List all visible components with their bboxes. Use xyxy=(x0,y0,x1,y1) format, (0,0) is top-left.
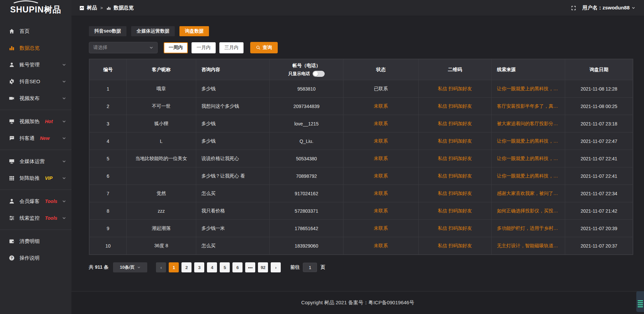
breadcrumb-separator: > xyxy=(100,5,103,10)
prev-page-button[interactable]: ‹ xyxy=(156,262,166,272)
query-button-label: 查询 xyxy=(263,45,272,51)
cell-source[interactable]: 让你一眼就爱上的黑科技，能... xyxy=(491,167,565,185)
cell-qr[interactable]: 私信 扫码加好友 xyxy=(418,150,491,167)
sidebar-item-douketong[interactable]: 抖客通New xyxy=(0,130,71,147)
main-area: 树品 > 数据总览 用户名：zswodun88 抖音seo数据全媒体运营数据询盘… xyxy=(71,0,644,314)
sidebar-divider xyxy=(0,150,71,150)
period-button-quarter[interactable]: 三月内 xyxy=(219,42,244,53)
sidebar-item-matrix-boost[interactable]: 矩阵助推VIP xyxy=(0,170,71,187)
cell-date: 2021-11-07 20:39 xyxy=(565,220,633,237)
sidebar-item-data-overview[interactable]: 数据总览 xyxy=(0,40,71,56)
cell-qr[interactable]: 私信 扫码加好友 xyxy=(418,167,491,185)
table-row: 4L多少钱Q_Liu.未联系私信 扫码加好友让你一眼就爱上的黑科技，能...20… xyxy=(90,133,633,150)
phone-only-toggle[interactable] xyxy=(313,71,325,77)
cell-qr[interactable]: 私信 扫码加好友 xyxy=(418,185,491,202)
cell-qr[interactable]: 私信 扫码加好友 xyxy=(418,80,491,98)
chevron-down-icon xyxy=(62,63,66,67)
sidebar-item-account-mgmt[interactable]: 账号管理 xyxy=(0,56,71,73)
page-button-4[interactable]: 4 xyxy=(207,262,217,272)
chat-icon xyxy=(9,135,15,141)
column-header-account: 帐号（电话）只显示电话 xyxy=(270,59,343,80)
cell-date: 2021-11-07 22:41 xyxy=(565,150,633,167)
cell-nickname: zzz xyxy=(126,202,196,220)
user-menu[interactable]: 用户名：zswodun88 xyxy=(582,5,635,11)
column-header-id: 编号 xyxy=(90,59,127,80)
cell-status: 未联系 xyxy=(343,98,419,115)
pagination: 共 911 条 10条/页 ‹123456•••92› 前往 页 xyxy=(89,262,633,272)
page-button-6[interactable]: 6 xyxy=(232,262,243,272)
query-button[interactable]: 查询 xyxy=(250,42,278,53)
sidebar-item-member-leads[interactable]: 会员爆客Tools xyxy=(0,193,71,210)
cell-source[interactable]: 感谢大家喜欢我家，被问了好... xyxy=(491,185,565,202)
filter-select[interactable]: 请选择 xyxy=(89,42,158,53)
home-icon xyxy=(9,28,15,34)
cell-qr[interactable]: 私信 扫码加好友 xyxy=(418,237,491,255)
cell-content: 多少钱 xyxy=(196,115,270,133)
sidebar-divider xyxy=(0,110,71,110)
sidebar-item-douyin-seo[interactable]: 抖音SEO xyxy=(0,73,71,90)
sidebar-item-video-heat[interactable]: 视频加热Hot xyxy=(0,113,71,130)
page-button-5[interactable]: 5 xyxy=(220,262,230,272)
cell-qr[interactable]: 私信 扫码加好友 xyxy=(418,115,491,133)
cell-account: 572803371 xyxy=(270,202,343,220)
cell-source[interactable]: 让你一眼就爱上的黑科技，能... xyxy=(491,133,565,150)
tab-inquiry-data[interactable]: 询盘数据 xyxy=(179,26,209,36)
cell-content: 怎么买 xyxy=(196,185,270,202)
cell-qr[interactable]: 私信 扫码加好友 xyxy=(418,133,491,150)
breadcrumb-root[interactable]: 树品 xyxy=(87,5,97,11)
floating-widget[interactable] xyxy=(636,291,644,312)
pager: ‹123456•••92› xyxy=(156,262,281,272)
page-button-2[interactable]: 2 xyxy=(181,262,192,272)
tab-douyin-seo-data[interactable]: 抖音seo数据 xyxy=(89,26,126,36)
period-button-week[interactable]: 一周内 xyxy=(164,42,188,53)
cell-date: 2021-11-07 22:41 xyxy=(565,167,633,185)
screen-icon xyxy=(9,118,15,124)
cell-content: 说说价格让我死心 xyxy=(196,150,270,167)
cell-source[interactable]: 多功能护栏灯，适用于乡村文... xyxy=(491,220,565,237)
more-pages-button[interactable]: ••• xyxy=(245,262,255,272)
chevron-down-icon xyxy=(62,80,66,84)
period-button-month[interactable]: 一月内 xyxy=(192,42,216,53)
sidebar-item-help[interactable]: ?操作说明 xyxy=(0,250,71,266)
cell-qr[interactable]: 私信 扫码加好友 xyxy=(418,98,491,115)
phone-only-toggle-label: 只显示电话 xyxy=(288,71,310,77)
cell-qr[interactable]: 私信 扫码加好友 xyxy=(418,220,491,237)
cell-id: 4 xyxy=(90,133,127,150)
sidebar-item-label: 数据总览 xyxy=(19,45,40,51)
sidebar-item-video-publish[interactable]: 视频发布 xyxy=(0,90,71,107)
cell-qr[interactable]: 私信 扫码加好友 xyxy=(418,202,491,220)
cell-date: 2021-11-07 21:42 xyxy=(565,202,633,220)
cell-account: Q_Liu. xyxy=(270,133,343,150)
column-header-nickname: 客户昵称 xyxy=(126,59,196,80)
page-size-select[interactable]: 10条/页 xyxy=(113,262,147,272)
question-icon: ? xyxy=(9,255,15,261)
table-row: 8zzz我只看价格572803371未联系私信 扫码加好友如何正确选择投影仪，买… xyxy=(90,202,633,220)
cell-source[interactable]: 如何正确选择投影仪，买投影... xyxy=(491,202,565,220)
page-button-3[interactable]: 3 xyxy=(194,262,204,272)
cell-nickname xyxy=(126,167,196,185)
cell-source[interactable]: 让你一眼就爱上的黑科技，能... xyxy=(491,80,565,98)
sidebar-item-label: 抖音SEO xyxy=(19,78,40,85)
sidebar-item-consume-detail[interactable]: 消费明细 xyxy=(0,233,71,250)
sidebar-item-media-ops[interactable]: 全媒体运营 xyxy=(0,153,71,170)
cell-id: 6 xyxy=(90,167,127,185)
goto-page-input[interactable] xyxy=(303,263,317,272)
cell-source[interactable]: 让你一眼就爱上的黑科技，能... xyxy=(491,150,565,167)
cell-source[interactable]: 无主灯设计，智能磁吸轨道灯... xyxy=(491,237,565,255)
cell-source[interactable]: 客厅安装投影半年多了，真实... xyxy=(491,98,565,115)
sidebar-divider xyxy=(0,190,71,190)
next-page-button[interactable]: › xyxy=(271,262,281,272)
filter-bar: 请选择 一周内一月内三月内 查询 xyxy=(89,42,633,53)
sidebar-item-home[interactable]: 首页 xyxy=(0,23,71,40)
cell-source[interactable]: 被大家追着问的客厅投影分享... xyxy=(491,115,565,133)
tab-media-ops-data[interactable]: 全媒体运营数据 xyxy=(131,26,175,36)
logo-arc xyxy=(13,0,39,3)
page-button-1[interactable]: 1 xyxy=(169,262,179,272)
sidebar-item-lead-monitor[interactable]: 线索监控Tools xyxy=(0,210,71,226)
sidebar-item-label: 账号管理 xyxy=(19,62,40,68)
chevron-down-icon xyxy=(62,96,66,100)
page-button-92[interactable]: 92 xyxy=(258,262,268,272)
fullscreen-icon[interactable] xyxy=(571,5,576,11)
wallet-icon xyxy=(9,238,15,244)
cell-status: 未联系 xyxy=(343,202,419,220)
